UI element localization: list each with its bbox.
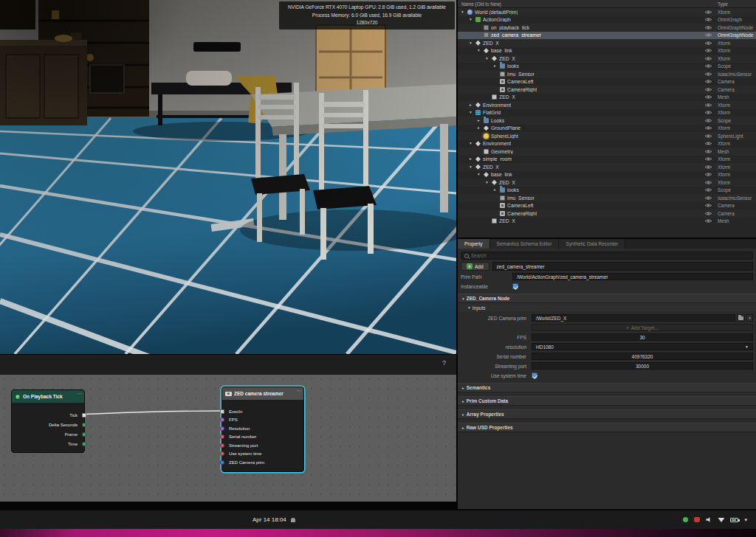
stage-tree-row[interactable]: ZED_X Xform: [458, 179, 756, 187]
visibility-eye-icon[interactable]: [704, 164, 712, 170]
search-input[interactable]: [471, 253, 749, 258]
visibility-eye-icon[interactable]: [704, 63, 712, 69]
visibility-eye-icon[interactable]: [704, 125, 712, 131]
visibility-eye-icon[interactable]: [704, 41, 712, 46]
visibility-eye-icon[interactable]: [704, 218, 712, 224]
expander-icon[interactable]: [486, 181, 492, 185]
stage-tree-row[interactable]: zed_camera_streamer OmniGraphNode: [458, 32, 756, 40]
node-header[interactable]: On Playback Tick: [12, 390, 84, 403]
stage-tree-row[interactable]: base_link Xform: [458, 47, 756, 55]
visibility-eye-icon[interactable]: [704, 79, 712, 84]
inputs-subsection-header[interactable]: Inputs: [458, 303, 756, 312]
expander-icon[interactable]: [494, 64, 500, 69]
resolution-dropdown[interactable]: HD1080 ▼: [532, 343, 753, 350]
property-tab[interactable]: Synthetic Data Recorder: [559, 239, 625, 249]
visibility-eye-icon[interactable]: [704, 110, 712, 115]
browse-folder-button[interactable]: [737, 314, 745, 322]
stage-tree-row[interactable]: looks Scope: [458, 187, 756, 195]
help-icon[interactable]: ?: [442, 359, 446, 367]
expander-icon[interactable]: [478, 126, 484, 131]
network-icon[interactable]: [718, 517, 724, 522]
expander-icon[interactable]: [470, 111, 475, 115]
visibility-eye-icon[interactable]: [704, 17, 712, 22]
visibility-eye-icon[interactable]: [704, 134, 712, 139]
collapsed-section-header[interactable]: Semantics: [458, 383, 756, 392]
expander-icon[interactable]: [470, 142, 475, 146]
add-target-button[interactable]: + Add Target...: [532, 324, 753, 331]
property-tab[interactable]: Semantics Schema Editor: [490, 239, 560, 249]
viewport-scene[interactable]: [0, 0, 456, 354]
pin-connector[interactable]: [82, 432, 86, 437]
visibility-eye-icon[interactable]: [704, 48, 712, 53]
system-tray[interactable]: [683, 510, 747, 529]
use-system-time-checkbox[interactable]: [532, 373, 537, 378]
stage-header[interactable]: Name (Old to New) Type: [458, 0, 756, 8]
collapsed-section-header[interactable]: Raw USD Properties: [458, 423, 756, 432]
expander-icon[interactable]: [461, 10, 467, 15]
stage-tree-row[interactable]: FlatGrid Xform: [458, 109, 756, 117]
serial-number-field[interactable]: 40976320: [532, 353, 753, 360]
node-menu-icon[interactable]: [296, 388, 301, 394]
pin-connector[interactable]: [220, 451, 224, 456]
zed-camera-prim-field[interactable]: /World/ZED_X: [532, 314, 735, 322]
stage-tree-row[interactable]: Looks Scope: [458, 117, 756, 125]
pin-connector[interactable]: [82, 442, 86, 446]
stage-tree-row[interactable]: Environment Xform: [458, 140, 756, 148]
node-zed-camera-streamer[interactable]: ZED camera streamer ExecIn FPS Resolutio…: [221, 387, 304, 472]
stage-tree-row[interactable]: ZED_X Xform: [458, 55, 756, 63]
wire-tick-to-execin[interactable]: [85, 411, 221, 415]
stage-tree-row[interactable]: base_link Xform: [458, 171, 756, 179]
pin-connector[interactable]: [220, 434, 224, 439]
instanceable-checkbox[interactable]: [512, 283, 518, 289]
expander-icon[interactable]: [478, 49, 484, 53]
stage-tree-row[interactable]: on_playback_tick OmniGraphNode: [458, 24, 756, 32]
pin-connector[interactable]: [220, 443, 224, 448]
action-graph-canvas[interactable]: On Playback Tick Tick Delta Seconds Fram…: [0, 375, 456, 502]
stage-tree-row[interactable]: ZED_X Mesh: [458, 94, 756, 102]
prim-path-field[interactable]: /World/ActionGraph/zed_camera_streamer: [512, 273, 753, 280]
stage-tree-row[interactable]: ZED_X Xform: [458, 39, 756, 47]
node-on-playback-tick[interactable]: On Playback Tick Tick Delta Seconds Fram…: [11, 389, 85, 453]
visibility-eye-icon[interactable]: [704, 203, 712, 208]
battery-icon[interactable]: [730, 518, 738, 522]
visibility-eye-icon[interactable]: [704, 195, 712, 201]
stage-tree-row[interactable]: CameraLeft Camera: [458, 202, 756, 210]
node-header[interactable]: ZED camera streamer: [222, 387, 303, 400]
prim-name-field[interactable]: zed_camera_streamer: [492, 262, 753, 271]
zed-camera-node-section-header[interactable]: ZED_Camera Node: [458, 294, 756, 303]
visibility-eye-icon[interactable]: [704, 10, 712, 15]
chevron-down-icon[interactable]: [744, 517, 747, 522]
visibility-eye-icon[interactable]: [704, 72, 712, 77]
expander-icon[interactable]: [494, 188, 500, 193]
pin-connector[interactable]: [82, 413, 86, 418]
visibility-eye-icon[interactable]: [704, 32, 712, 38]
expander-icon[interactable]: [478, 173, 484, 177]
visibility-eye-icon[interactable]: [704, 141, 712, 146]
collapsed-section-header[interactable]: Prim Custom Data: [458, 396, 756, 406]
fps-field[interactable]: 30: [532, 333, 753, 341]
pin-connector[interactable]: [82, 423, 86, 427]
visibility-eye-icon[interactable]: [704, 118, 712, 123]
add-property-button[interactable]: + Add: [461, 262, 489, 271]
pin-connector[interactable]: [220, 460, 224, 465]
stage-tree-row[interactable]: Geometry Mesh: [458, 148, 756, 156]
stage-tree-row[interactable]: World (defaultPrim) Xform: [458, 8, 756, 16]
streaming-port-field[interactable]: 30000: [532, 362, 753, 370]
stage-tree-row[interactable]: Imu_Sensor IsaacImuSensor: [458, 194, 756, 202]
visibility-eye-icon[interactable]: [704, 187, 712, 193]
stage-tree-row[interactable]: CameraRight Camera: [458, 209, 756, 218]
visibility-eye-icon[interactable]: [704, 103, 712, 108]
visibility-eye-icon[interactable]: [704, 87, 712, 92]
stage-tree-row[interactable]: ActionGraph OmniGraph: [458, 16, 756, 24]
screen-share-icon[interactable]: [694, 517, 700, 522]
recording-indicator-icon[interactable]: [683, 517, 688, 522]
stage-tree-row[interactable]: looks Scope: [458, 63, 756, 71]
taskbar-clock[interactable]: Apr 14 18:04: [252, 510, 295, 529]
property-tab[interactable]: Property: [458, 239, 490, 249]
visibility-eye-icon[interactable]: [704, 94, 712, 100]
visibility-eye-icon[interactable]: [704, 211, 712, 216]
volume-icon[interactable]: [706, 517, 712, 523]
stage-tree-row[interactable]: ZED_X Mesh: [458, 218, 756, 226]
pin-connector[interactable]: [220, 418, 224, 422]
stage-tree-row[interactable]: SphereLight SphereLight: [458, 132, 756, 140]
